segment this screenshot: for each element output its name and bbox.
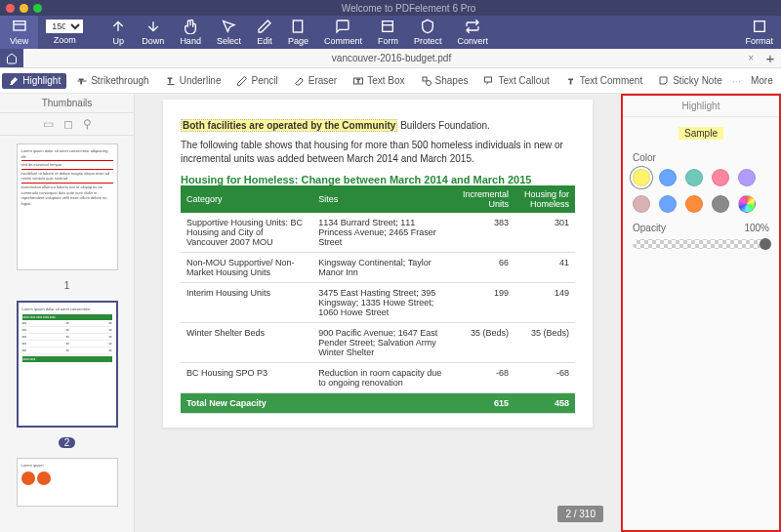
thumbs-tab-bookmarks[interactable]: ◻ [63,117,73,131]
properties-panel: Highlight Sample Color Opacity 100% [621,94,781,532]
thumbnails-panel: Thumbnails ▭ ◻ ⚲ Lorem ipsum dolor sit a… [0,94,135,532]
pencil-icon [236,75,248,87]
zoom-control[interactable]: 150% Zoom [38,16,91,49]
textcomment-icon: T [565,75,577,87]
format-button[interactable]: Format [737,16,781,49]
thumb-2-label: 2 [59,437,76,448]
color-swatch[interactable] [685,195,703,213]
minimize-window-button[interactable] [20,4,28,13]
thumbnail-page-2[interactable]: Lorem ipsum dolor sit amet consectetur x… [17,301,118,428]
maximize-window-button[interactable] [33,4,42,13]
opacity-slider[interactable] [633,239,769,249]
view-button[interactable]: View [0,16,38,49]
view-icon [12,19,27,34]
sticky-tool[interactable]: Sticky Note [652,73,728,89]
text-fragment: Builders Foundation. [397,120,490,131]
strikethrough-tool[interactable]: TStrikethrough [70,73,154,89]
highlighted-text[interactable]: Both facilities are operated by the Comm… [181,119,397,132]
color-swatch[interactable] [633,169,650,186]
callout-label: Text Callout [498,75,549,86]
comment-button[interactable]: Comment [316,16,370,49]
close-tab-button[interactable]: × [748,53,754,63]
ribbon: View 150% Zoom Up Down Hand Select Edit … [0,16,781,49]
eraser-tool[interactable]: Eraser [288,73,343,89]
cell-hh: 301 [514,213,575,253]
up-button[interactable]: Up [103,16,134,49]
page-button[interactable]: Page [280,16,316,49]
highlight-tool[interactable]: Highlight [2,73,66,89]
zoom-label: Zoom [54,35,76,45]
add-tab-button[interactable]: + [760,49,781,67]
highlight-icon [8,75,20,87]
edit-label: Edit [257,36,272,46]
annotation-toolbar: Highlight TStrikethrough TUnderline Penc… [0,68,781,94]
page-indicator: 2 / 310 [557,506,603,522]
down-button[interactable]: Down [134,16,172,49]
format-label: Format [745,36,773,46]
document-tab[interactable]: vancouver-2016-budget.pdf × [23,49,760,67]
comment-label: Comment [324,36,362,46]
svg-rect-2 [294,20,303,32]
strike-label: Strikethrough [91,75,148,86]
convert-icon [465,19,480,34]
svg-text:T: T [357,78,360,84]
textcomment-tool[interactable]: TText Comment [559,73,648,89]
svg-text:T: T [168,76,172,83]
pdf-page: Both facilities are operated by the Comm… [163,100,593,428]
edit-button[interactable]: Edit [249,16,280,49]
cell-inc: 35 (Beds) [454,323,514,363]
th-housing: Housing for Homeless [514,185,575,213]
color-swatch[interactable] [659,195,677,213]
protect-button[interactable]: Protect [406,16,450,49]
color-swatch[interactable] [712,169,729,186]
pencil-tool[interactable]: Pencil [230,73,283,89]
cell-category: Winter Shelter Beds [181,323,312,363]
color-swatch[interactable] [712,195,729,213]
home-tab[interactable] [0,49,23,67]
form-button[interactable]: Form [370,16,406,49]
cell-category: BC Housing SPO P3 [181,363,312,393]
thumbnails-list[interactable]: Lorem ipsum dolor sit amet consectetur a… [0,136,134,532]
callout-icon [483,75,495,87]
convert-label: Convert [457,36,488,46]
hand-button[interactable]: Hand [172,16,209,49]
color-swatch[interactable] [659,169,677,186]
color-swatch[interactable] [738,169,756,186]
cell-inc: 199 [454,283,514,323]
select-button[interactable]: Select [209,16,249,49]
underline-tool[interactable]: TUnderline [159,73,227,89]
shapes-tool[interactable]: Shapes [415,73,474,89]
opacity-value: 100% [744,223,769,233]
textbox-tool[interactable]: TText Box [347,73,410,89]
thumbnail-page-3[interactable]: Lorem ipsum [17,458,118,507]
slider-thumb[interactable] [760,238,771,250]
thumbs-tab-pages[interactable]: ▭ [43,117,54,131]
cell-sites: 1134 Burrard Street; 111 Princess Avenue… [312,213,454,253]
sample-text: Sample [678,127,723,140]
close-window-button[interactable] [6,4,15,13]
down-label: Down [142,36,164,46]
thumbnail-page-1[interactable]: Lorem ipsum dolor sit amet consectetur a… [17,143,118,270]
titlebar: Welcome to PDFelement 6 Pro [0,0,781,16]
zoom-select[interactable]: 150% [46,20,83,33]
more-label: More [751,75,773,86]
down-icon [145,19,161,34]
svg-rect-12 [423,77,427,81]
callout-tool[interactable]: Text Callout [477,73,555,89]
color-swatch[interactable] [633,195,650,213]
textbox-icon: T [352,75,364,87]
document-viewer[interactable]: Both facilities are operated by the Comm… [135,94,621,532]
format-icon [752,19,767,34]
cell-hh: 35 (Beds) [514,323,575,363]
total-hh: 458 [514,393,575,414]
convert-button[interactable]: Convert [449,16,496,49]
thumbs-tab-search[interactable]: ⚲ [83,117,92,131]
more-tool[interactable]: More [745,73,779,88]
color-swatch[interactable] [685,169,703,186]
properties-title: Highlight [623,96,779,117]
table-row: Supportive Housing Units: BC Housing and… [181,213,575,253]
main-area: Thumbnails ▭ ◻ ⚲ Lorem ipsum dolor sit a… [0,94,781,532]
app-title: Welcome to PDFelement 6 Pro [42,3,775,14]
color-swatch-multi[interactable] [738,195,756,213]
svg-rect-0 [14,21,25,30]
